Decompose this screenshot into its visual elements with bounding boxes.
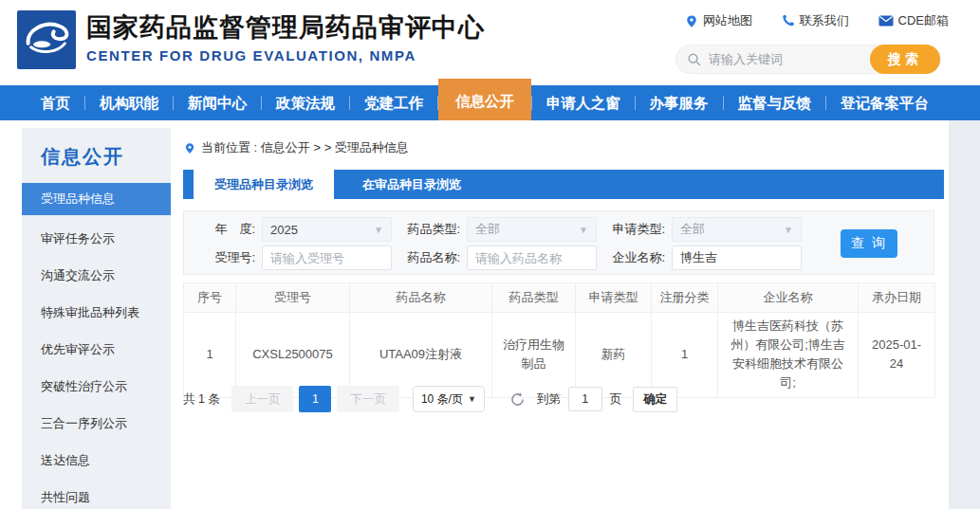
sidebar-item-priority-review[interactable]: 优先审评公示	[22, 331, 171, 368]
sidebar-info-disclosure: 信息公开 受理品种信息 审评任务公示 沟通交流公示 特殊审批品种列表 优先审评公…	[22, 128, 171, 509]
nav-item-info-disclosure[interactable]: 信息公开	[438, 79, 531, 120]
nav-item-registration-platform[interactable]: 登记备案平台	[826, 85, 943, 120]
site-brand: 国家药品监督管理局药品审评中心 CENTER FOR DRUG EVALUATI…	[86, 13, 485, 64]
nav-item-news-center[interactable]: 新闻中心	[174, 85, 261, 120]
goto-confirm-button[interactable]: 确定	[633, 387, 677, 412]
chevron-down-icon: ▼	[374, 225, 383, 235]
sidebar-item-communication[interactable]: 沟通交流公示	[22, 257, 171, 294]
nav-item-policies[interactable]: 政策法规	[262, 85, 349, 120]
search-button[interactable]: 搜索	[870, 45, 940, 74]
mailbox-link[interactable]: CDE邮箱	[878, 12, 949, 29]
cell-acceptance-no: CXSL2500075	[236, 313, 350, 398]
sidebar-item-review-tasks[interactable]: 审评任务公示	[22, 220, 171, 257]
drug-name-input[interactable]	[467, 245, 597, 270]
pagination-total: 共 1 条	[183, 391, 220, 408]
tab-under-review-catalog[interactable]: 在审品种目录浏览	[334, 170, 490, 199]
cde-logo	[17, 10, 76, 69]
header-quick-links: 网站地图 联系我们 CDE邮箱	[685, 12, 949, 29]
prev-page-button[interactable]: 上一页	[231, 386, 294, 412]
page-size-value: 10 条/页	[421, 391, 463, 408]
site-subtitle: CENTER FOR DRUG EVALUATION, NMPA	[86, 47, 485, 64]
cell-company: 博生吉医药科技（苏州）有限公司;博生吉安科细胞技术有限公司;	[718, 313, 859, 398]
contact-link[interactable]: 联系我们	[782, 12, 849, 29]
cell-seq: 1	[184, 313, 236, 398]
sitemap-link-label: 网站地图	[703, 12, 752, 29]
nav-item-party-building[interactable]: 党建工作	[350, 85, 437, 120]
main-navbar: 首页 机构职能 新闻中心 政策法规 党建工作 信息公开 申请人之窗 办事服务 监…	[0, 85, 980, 120]
company-name-input[interactable]	[672, 245, 802, 270]
cell-reg-category: 1	[652, 313, 718, 398]
site-search-bar: 搜索	[675, 45, 941, 74]
sidebar-item-special-approval-list[interactable]: 特殊审批品种列表	[22, 294, 171, 331]
drug-type-select[interactable]: 全部 ▼	[467, 217, 597, 242]
year-select-value: 2025	[270, 223, 298, 237]
nav-item-supervision-feedback[interactable]: 监督与反馈	[724, 85, 826, 120]
catalog-tabbar: 受理品种目录浏览 在审品种目录浏览	[183, 170, 944, 199]
nav-item-services[interactable]: 办事服务	[636, 85, 723, 120]
cde-portal-page: 国家药品监督管理局药品审评中心 CENTER FOR DRUG EVALUATI…	[0, 0, 980, 509]
contact-link-label: 联系我们	[800, 12, 849, 29]
current-page-button[interactable]: 1	[299, 386, 331, 412]
col-header-company: 企业名称	[718, 283, 859, 313]
drug-name-label: 药品名称:	[400, 249, 460, 266]
right-background-strip	[949, 120, 980, 509]
breadcrumb-text: 当前位置 : 信息公开 > > 受理品种信息	[201, 139, 409, 156]
sidebar-title: 信息公开	[41, 144, 171, 170]
location-pin-icon	[184, 141, 195, 155]
tab-accepted-catalog[interactable]: 受理品种目录浏览	[194, 170, 334, 199]
col-header-seq: 序号	[184, 283, 236, 313]
cell-drug-name: UTAA09注射液	[350, 313, 492, 398]
filter-panel: 年 度: 2025 ▼ 药品类型: 全部 ▼ 申请类型: 全部 ▼	[183, 210, 934, 275]
apply-type-select[interactable]: 全部 ▼	[672, 217, 802, 242]
results-table: 序号 受理号 药品名称 药品类型 申请类型 注册分类 企业名称 承办日期 1 C…	[183, 282, 935, 398]
query-button[interactable]: 查 询	[841, 229, 897, 258]
table-header-row: 序号 受理号 药品名称 药品类型 申请类型 注册分类 企业名称 承办日期	[184, 283, 935, 313]
apply-type-select-value: 全部	[680, 221, 705, 238]
col-header-acceptance-no: 受理号	[236, 283, 350, 313]
goto-page-group: 到第 页 确定	[537, 387, 678, 412]
mailbox-link-label: CDE邮箱	[898, 12, 949, 29]
swan-logo-icon	[17, 10, 76, 69]
col-header-reg-category: 注册分类	[652, 283, 718, 313]
drug-type-select-value: 全部	[475, 221, 500, 238]
refresh-icon[interactable]	[509, 391, 526, 408]
results-table-wrap: 序号 受理号 药品名称 药品类型 申请类型 注册分类 企业名称 承办日期 1 C…	[183, 282, 934, 398]
goto-suffix-label: 页	[610, 391, 622, 408]
site-header: 国家药品监督管理局药品审评中心 CENTER FOR DRUG EVALUATI…	[0, 0, 980, 85]
drug-type-label: 药品类型:	[400, 221, 460, 238]
sitemap-link[interactable]: 网站地图	[685, 12, 752, 29]
sidebar-item-common-issues[interactable]: 共性问题	[22, 479, 171, 509]
sidebar-item-three-in-one[interactable]: 三合一序列公示	[22, 405, 171, 442]
cell-drug-type: 治疗用生物制品	[492, 313, 576, 398]
sidebar-item-delivery-info[interactable]: 送达信息	[22, 442, 171, 479]
chevron-down-icon: ▼	[579, 225, 588, 235]
cell-handle-date: 2025-01-24	[859, 313, 935, 398]
nav-item-org-functions[interactable]: 机构职能	[85, 85, 173, 120]
nav-item-applicant-window[interactable]: 申请人之窗	[532, 85, 635, 120]
year-select[interactable]: 2025 ▼	[262, 217, 392, 242]
col-header-drug-type: 药品类型	[492, 283, 576, 313]
chevron-down-icon: ▼	[468, 394, 476, 404]
apply-type-label: 申请类型:	[605, 221, 665, 238]
acceptance-no-input[interactable]	[262, 245, 392, 270]
year-label: 年 度:	[195, 221, 255, 238]
nav-item-home[interactable]: 首页	[27, 85, 84, 120]
col-header-handle-date: 承办日期	[859, 283, 935, 313]
next-page-button[interactable]: 下一页	[337, 386, 399, 412]
search-icon	[687, 52, 702, 71]
goto-page-input[interactable]	[568, 387, 602, 411]
breadcrumb: 当前位置 : 信息公开 > > 受理品种信息	[184, 139, 409, 156]
pagination-bar: 共 1 条 上一页 1 下一页 10 条/页 ▼ 到第 页 确定	[183, 386, 677, 412]
col-header-apply-type: 申请类型	[576, 283, 652, 313]
phone-icon	[782, 14, 795, 27]
page-size-select[interactable]: 10 条/页 ▼	[413, 386, 485, 412]
sidebar-item-accepted-varieties[interactable]: 受理品种信息	[22, 183, 171, 215]
map-pin-icon	[685, 14, 698, 28]
cell-apply-type: 新药	[576, 313, 652, 398]
company-name-label: 企业名称:	[605, 249, 665, 266]
search-input[interactable]	[707, 46, 866, 72]
sidebar-item-breakthrough-therapy[interactable]: 突破性治疗公示	[22, 368, 171, 405]
col-header-drug-name: 药品名称	[350, 283, 492, 313]
mail-icon	[878, 15, 894, 27]
table-row: 1 CXSL2500075 UTAA09注射液 治疗用生物制品 新药 1 博生吉…	[184, 313, 935, 398]
